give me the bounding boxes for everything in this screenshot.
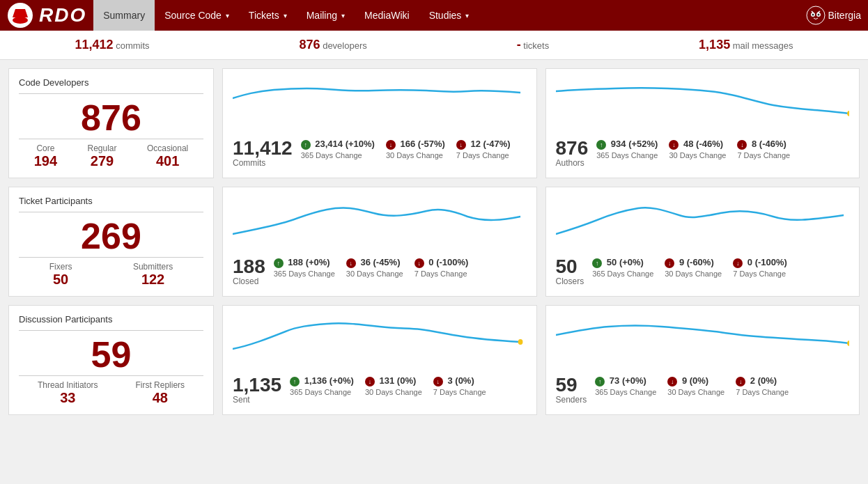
closers-30-change: ↓ 9 (-60%) 30 Days Change bbox=[665, 257, 722, 279]
nav-mailing[interactable]: Mailing ▾ bbox=[297, 0, 355, 31]
stats-bar: 11,412 commits 876 developers - tickets … bbox=[0, 31, 868, 60]
svg-point-6 bbox=[812, 14, 814, 16]
sent-changes: ↑ 1,136 (+0%) 365 Days Change ↓ 131 (0%)… bbox=[290, 375, 526, 397]
code-developers-card: Code Developers 876 Core 194 Regular 279… bbox=[8, 68, 214, 178]
sent-sparkline bbox=[233, 314, 527, 370]
senders-bottom: 59 Senders ↑ 73 (+0%) 365 Days Change ↓ … bbox=[556, 375, 850, 405]
ticket-participants-num: 269 bbox=[19, 218, 203, 254]
senders-365-change: ↑ 73 (+0%) 365 Days Change bbox=[595, 375, 656, 397]
discussion-sub: Thread Initiators 33 First Repliers 48 bbox=[19, 375, 203, 406]
code-developers-num: 876 bbox=[19, 100, 203, 136]
commits-30-badge: ↓ bbox=[386, 140, 396, 150]
closed-7-change: ↓ 0 (-100%) 7 Days Change bbox=[414, 257, 469, 279]
closers-7-change: ↓ 0 (-100%) 7 Days Change bbox=[733, 257, 787, 279]
senders-7-change: ↓ 2 (0%) 7 Days Change bbox=[736, 375, 789, 397]
nav-source-code[interactable]: Source Code ▾ bbox=[155, 0, 239, 31]
ticket-sub: Fixers 50 Submitters 122 bbox=[19, 257, 203, 288]
closed-changes: ↑ 188 (+0%) 365 Days Change ↓ 36 (-45%) … bbox=[274, 257, 527, 279]
commits-30-change: ↓ 166 (-57%) 30 Days Change bbox=[386, 139, 445, 160]
closed-7-badge: ↓ bbox=[414, 258, 424, 268]
tickets-arrow-icon: ▾ bbox=[284, 12, 287, 19]
commits-stat: 11,412 commits bbox=[75, 38, 149, 52]
authors-30-badge: ↓ bbox=[669, 140, 679, 150]
sent-metric-card: 1,135 Sent ↑ 1,136 (+0%) 365 Days Change… bbox=[222, 305, 537, 415]
source-code-arrow-icon: ▾ bbox=[226, 12, 229, 19]
svg-point-8 bbox=[847, 111, 849, 116]
commits-changes: ↑ 23,414 (+10%) 365 Days Change ↓ 166 (-… bbox=[301, 139, 527, 160]
nav-tickets[interactable]: Tickets ▾ bbox=[239, 0, 297, 31]
sent-30-badge: ↓ bbox=[365, 377, 375, 387]
closed-bottom: 188 Closed ↑ 188 (+0%) 365 Days Change ↓… bbox=[233, 257, 527, 286]
svg-point-7 bbox=[817, 14, 819, 16]
nav-items: Summary Source Code ▾ Tickets ▾ Mailing … bbox=[93, 0, 805, 31]
code-developers-sub: Core 194 Regular 279 Occasional 401 bbox=[19, 139, 203, 169]
closed-main: 188 Closed bbox=[233, 257, 265, 286]
senders-main: 59 Senders bbox=[556, 375, 587, 405]
nav-mediawiki[interactable]: MediaWiki bbox=[355, 0, 419, 31]
senders-30-change: ↓ 9 (0%) 30 Days Change bbox=[667, 375, 724, 397]
closed-metric-card: 188 Closed ↑ 188 (+0%) 365 Days Change ↓… bbox=[222, 187, 537, 297]
sent-7-badge: ↓ bbox=[433, 377, 443, 387]
senders-changes: ↑ 73 (+0%) 365 Days Change ↓ 9 (0%) 30 D… bbox=[595, 375, 849, 397]
sent-7-change: ↓ 3 (0%) 7 Days Change bbox=[433, 375, 486, 397]
regular-item: Regular 279 bbox=[87, 143, 116, 169]
closers-sparkline bbox=[556, 196, 850, 251]
ticket-participants-title: Ticket Participants bbox=[19, 196, 203, 212]
svg-point-3 bbox=[807, 6, 825, 24]
authors-changes: ↑ 934 (+52%) 365 Days Change ↓ 48 (-46%)… bbox=[596, 139, 849, 160]
mailing-arrow-icon: ▾ bbox=[341, 12, 345, 19]
nav-summary[interactable]: Summary bbox=[93, 0, 155, 31]
first-repliers-item: First Repliers 48 bbox=[135, 380, 185, 406]
authors-chart bbox=[556, 77, 850, 133]
tickets-stat: - tickets bbox=[517, 38, 549, 52]
commits-sparkline bbox=[233, 77, 527, 133]
senders-metric-card: 59 Senders ↑ 73 (+0%) 365 Days Change ↓ … bbox=[545, 305, 860, 415]
discussion-participants-num: 59 bbox=[19, 336, 203, 373]
senders-365-badge: ↑ bbox=[595, 377, 605, 387]
authors-main: 876 Authors bbox=[556, 139, 589, 168]
authors-7-change: ↓ 8 (-46%) 7 Days Change bbox=[737, 139, 790, 160]
closers-changes: ↑ 50 (+0%) 365 Days Change ↓ 9 (-60%) 30… bbox=[592, 257, 849, 279]
closers-30-badge: ↓ bbox=[665, 258, 674, 268]
closed-365-change: ↑ 188 (+0%) 365 Days Change bbox=[274, 257, 335, 279]
sent-365-badge: ↑ bbox=[290, 377, 300, 387]
closed-365-badge: ↑ bbox=[274, 258, 284, 268]
svg-point-2 bbox=[13, 17, 28, 24]
closed-30-badge: ↓ bbox=[346, 258, 356, 268]
commits-chart bbox=[233, 77, 527, 133]
submitters-item: Submitters 122 bbox=[133, 262, 173, 288]
authors-sparkline bbox=[556, 77, 850, 133]
developers-stat: 876 developers bbox=[299, 38, 366, 52]
senders-7-badge: ↓ bbox=[736, 377, 745, 387]
authors-bottom: 876 Authors ↑ 934 (+52%) 365 Days Change… bbox=[556, 139, 850, 168]
core-item: Core 194 bbox=[34, 143, 57, 169]
commits-365-badge: ↑ bbox=[301, 140, 311, 150]
thread-initiators-item: Thread Initiators 33 bbox=[38, 380, 98, 406]
closers-main: 50 Closers bbox=[556, 257, 584, 286]
senders-30-badge: ↓ bbox=[667, 377, 677, 387]
senders-chart bbox=[556, 314, 850, 370]
navbar: RDO Summary Source Code ▾ Tickets ▾ Mail… bbox=[0, 0, 868, 31]
authors-365-badge: ↑ bbox=[596, 140, 606, 150]
sent-365-change: ↑ 1,136 (+0%) 365 Days Change bbox=[290, 375, 354, 397]
studies-arrow-icon: ▾ bbox=[465, 12, 469, 19]
authors-7-badge: ↓ bbox=[737, 140, 747, 150]
rdo-logo: RDO bbox=[39, 4, 86, 26]
logo-area: RDO bbox=[7, 2, 86, 29]
occasional-item: Occasional 401 bbox=[147, 143, 188, 169]
sent-main: 1,135 Sent bbox=[233, 375, 281, 405]
main-grid: Code Developers 876 Core 194 Regular 279… bbox=[0, 60, 868, 423]
closed-sparkline bbox=[233, 196, 527, 251]
mail-stat: 1,135 mail messages bbox=[699, 38, 793, 52]
commits-metric-card: 11,412 Commits ↑ 23,414 (+10%) 365 Days … bbox=[222, 68, 537, 178]
ticket-participants-card: Ticket Participants 269 Fixers 50 Submit… bbox=[8, 187, 214, 297]
authors-30-change: ↓ 48 (-46%) 30 Days Change bbox=[669, 139, 726, 160]
authors-metric-card: 876 Authors ↑ 934 (+52%) 365 Days Change… bbox=[545, 68, 860, 178]
commits-7-badge: ↓ bbox=[456, 140, 466, 150]
commits-365-change: ↑ 23,414 (+10%) 365 Days Change bbox=[301, 139, 375, 160]
fixers-item: Fixers 50 bbox=[49, 262, 72, 288]
nav-studies[interactable]: Studies ▾ bbox=[419, 0, 479, 31]
bitergia-logo: Bitergia bbox=[806, 6, 861, 25]
bitergia-owl-icon bbox=[806, 6, 826, 25]
svg-point-10 bbox=[847, 341, 849, 346]
